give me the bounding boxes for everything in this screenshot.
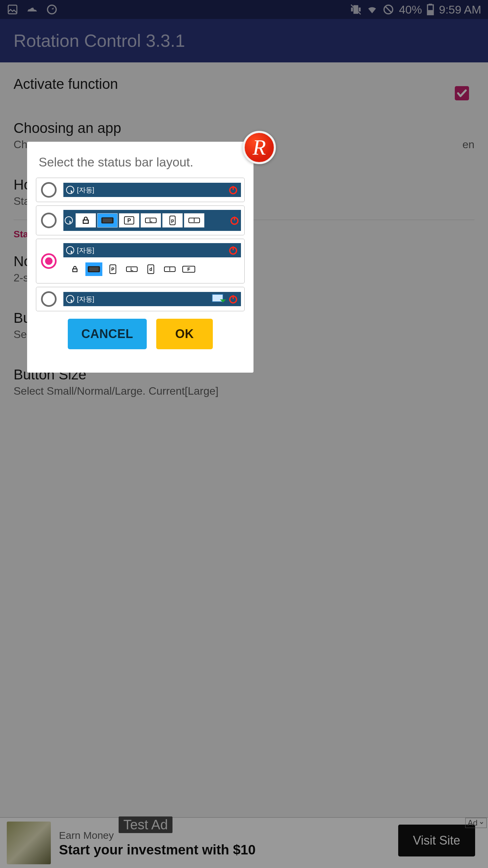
radio-unchecked[interactable] (41, 213, 57, 228)
svg-rect-8 (83, 220, 88, 223)
layout-options: [자동] P L (36, 178, 245, 311)
svg-text:P: P (127, 218, 131, 223)
power-icon (228, 294, 238, 304)
l-rev-icon-cell: l (161, 262, 179, 276)
layout-option-4[interactable]: [자동] (36, 287, 245, 311)
l-icon-cell: L (141, 213, 161, 228)
svg-text:l: l (194, 218, 195, 223)
cancel-button[interactable]: CANCEL (68, 319, 147, 349)
power-icon (228, 245, 238, 255)
layout-option-1[interactable]: [자동] (36, 178, 245, 202)
svg-text:F: F (187, 267, 190, 272)
radio-unchecked[interactable] (41, 291, 57, 307)
layout-option-3[interactable]: [자동] P L d l F (36, 239, 245, 283)
lock-icon-cell (76, 213, 96, 228)
save-download-icon (212, 294, 225, 304)
svg-text:d: d (149, 267, 152, 272)
layout-option-2[interactable]: P L p l (36, 205, 245, 235)
app-badge-icon: R (243, 131, 276, 164)
l-rev-icon-cell: l (184, 213, 204, 228)
landscape-icon-cell (85, 262, 103, 276)
preview-bar: P L p l (63, 210, 241, 231)
preview-bar-bottom: P L d l F (63, 259, 241, 279)
svg-text:p: p (171, 218, 174, 223)
p-rev-icon-cell: p (162, 213, 183, 228)
power-icon (228, 185, 238, 195)
lock-icon-cell (66, 262, 84, 276)
f-icon-cell: F (180, 262, 198, 276)
preview-bar-top: [자동] (63, 243, 241, 257)
rotate-icon (66, 186, 74, 194)
dialog-buttons: CANCEL OK (36, 319, 245, 349)
ok-button[interactable]: OK (156, 319, 213, 349)
svg-text:P: P (111, 267, 114, 272)
radio-checked[interactable] (41, 253, 57, 269)
svg-text:L: L (130, 267, 134, 272)
modal-scrim[interactable] (0, 0, 488, 868)
rotate-icon (66, 295, 74, 303)
rotate-icon (66, 246, 74, 254)
auto-label: [자동] (77, 295, 94, 304)
svg-rect-23 (73, 269, 77, 272)
p-icon-cell: P (119, 213, 139, 228)
svg-rect-25 (89, 267, 99, 271)
radio-unchecked[interactable] (41, 182, 57, 198)
svg-text:L: L (149, 218, 152, 223)
rotate-icon (65, 216, 73, 224)
auto-label: [자동] (77, 246, 94, 255)
layout-dialog: R Select the status bar layout. [자동] (27, 142, 253, 373)
p-icon-cell: P (104, 262, 122, 276)
dialog-title: Select the status bar layout. (36, 155, 245, 170)
preview-bar: [자동] (63, 183, 241, 197)
auto-label: [자동] (77, 185, 94, 195)
d-icon-cell: d (142, 262, 160, 276)
svg-text:l: l (169, 267, 170, 272)
power-icon (229, 215, 240, 225)
l-icon-cell: L (123, 262, 141, 276)
preview-bar: [자동] (63, 292, 241, 306)
landscape-icon-cell (97, 213, 118, 228)
svg-rect-10 (103, 218, 112, 222)
